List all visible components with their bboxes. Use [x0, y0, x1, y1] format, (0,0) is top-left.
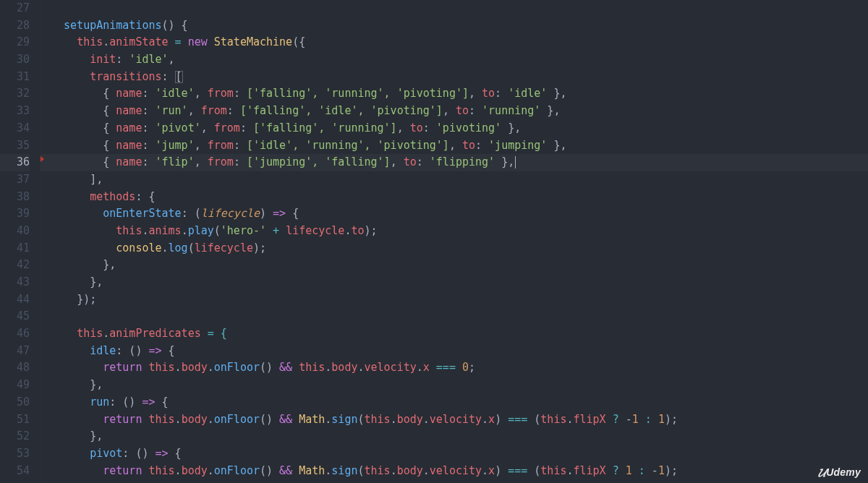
line-number: 39	[0, 205, 30, 223]
line-number: 50	[0, 394, 30, 411]
code-line[interactable]: ],	[41, 171, 868, 189]
code-line[interactable]: run: () => {	[41, 394, 868, 411]
line-number: 51	[0, 411, 30, 429]
line-number: 31	[0, 69, 30, 86]
code-line[interactable]: this.animState = new StateMachine({	[41, 34, 868, 51]
code-line[interactable]	[41, 308, 868, 325]
line-number: 38	[0, 189, 30, 206]
code-line[interactable]: pivot: () => {	[41, 445, 868, 463]
code-line[interactable]: return this.body.onFloor() && Math.sign(…	[41, 411, 868, 429]
line-number: 37	[0, 171, 30, 189]
code-line[interactable]: idle: () => {	[41, 343, 868, 360]
code-line-active[interactable]: { name: 'flip', from: ['jumping', 'falli…	[41, 154, 868, 171]
code-line[interactable]: init: 'idle',	[41, 51, 868, 69]
code-content[interactable]: setupAnimations() { this.animState = new…	[41, 0, 868, 483]
line-number: 41	[0, 240, 30, 257]
line-number: 34	[0, 120, 30, 137]
code-line[interactable]: transitions: [	[41, 69, 868, 86]
line-number: 32	[0, 85, 30, 103]
line-number: 35	[0, 137, 30, 155]
code-line[interactable]: { name: 'idle', from: ['falling', 'runni…	[41, 85, 868, 103]
line-number: 42	[0, 257, 30, 274]
code-line[interactable]: this.anims.play('hero-' + lifecycle.to);	[41, 223, 868, 240]
code-line[interactable]: },	[41, 377, 868, 394]
code-line[interactable]: this.animPredicates = {	[41, 325, 868, 343]
code-line[interactable]: return this.body.onFloor() && Math.sign(…	[41, 463, 868, 480]
line-number-gutter: 27 28 29 30 31 32 33 34 35 36 37 38 39 4…	[0, 0, 41, 483]
line-number: 47	[0, 343, 30, 360]
code-line[interactable]: methods: {	[41, 189, 868, 206]
line-number: 27	[0, 0, 30, 17]
udemy-watermark: 𝓤Udemy	[818, 466, 861, 479]
code-line[interactable]: },	[41, 274, 868, 291]
line-number: 49	[0, 377, 30, 394]
bracket-match: [	[175, 71, 183, 83]
line-number: 45	[0, 308, 30, 325]
line-number: 53	[0, 445, 30, 463]
line-number: 30	[0, 51, 30, 69]
line-number: 33	[0, 103, 30, 120]
line-number: 44	[0, 291, 30, 309]
line-number: 28	[0, 17, 30, 35]
line-number: 48	[0, 359, 30, 377]
line-number: 40	[0, 223, 30, 240]
line-number: 46	[0, 325, 30, 343]
code-line[interactable]: },	[41, 257, 868, 274]
code-line[interactable]: },	[41, 428, 868, 445]
line-number: 43	[0, 274, 30, 291]
line-number-active: 36	[0, 154, 30, 171]
code-line[interactable]: });	[41, 291, 868, 309]
text-cursor	[515, 156, 516, 168]
code-line[interactable]: setupAnimations() {	[41, 17, 868, 35]
line-number: 52	[0, 428, 30, 445]
code-editor[interactable]: 27 28 29 30 31 32 33 34 35 36 37 38 39 4…	[0, 0, 868, 483]
code-line[interactable]: { name: 'jump', from: ['idle', 'running'…	[41, 137, 868, 155]
line-number: 54	[0, 463, 30, 480]
function-name: setupAnimations	[64, 19, 161, 32]
line-number: 29	[0, 34, 30, 51]
code-line[interactable]: console.log(lifecycle);	[41, 240, 868, 257]
code-line[interactable]: onEnterState: (lifecycle) => {	[41, 205, 868, 223]
code-line[interactable]: return this.body.onFloor() && this.body.…	[41, 359, 868, 377]
code-line[interactable]	[41, 0, 868, 17]
code-line[interactable]: { name: 'run', from: ['falling', 'idle',…	[41, 103, 868, 120]
code-line[interactable]: { name: 'pivot', from: ['falling', 'runn…	[41, 120, 868, 137]
